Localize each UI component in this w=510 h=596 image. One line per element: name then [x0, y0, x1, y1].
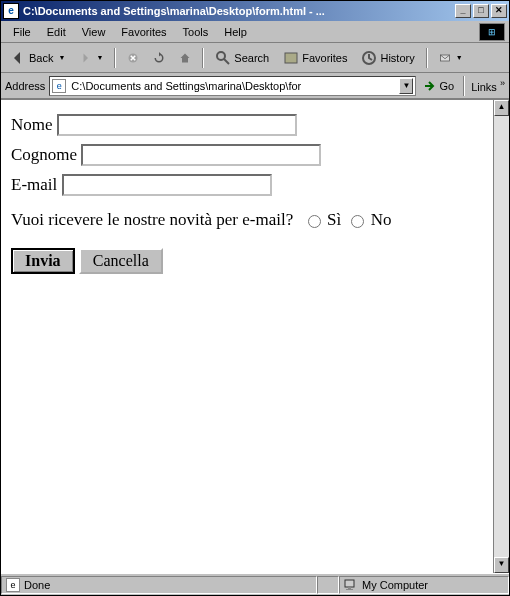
menu-edit[interactable]: Edit [39, 24, 74, 40]
menu-favorites[interactable]: Favorites [113, 24, 174, 40]
mail-dropdown-icon[interactable]: ▼ [456, 54, 463, 61]
stop-button[interactable] [122, 49, 144, 67]
back-button[interactable]: Back ▼ [5, 47, 70, 69]
cognome-input[interactable] [81, 144, 321, 166]
toolbar-separator [202, 48, 204, 68]
nome-input[interactable] [57, 114, 297, 136]
scroll-up-button[interactable]: ▲ [494, 100, 509, 116]
history-icon [361, 50, 377, 66]
svg-rect-6 [345, 580, 354, 587]
svg-rect-3 [285, 53, 297, 63]
stop-icon [127, 52, 139, 64]
mail-button[interactable]: ▼ [434, 49, 468, 67]
minimize-button[interactable]: _ [455, 4, 471, 18]
button-row: Invia Cancella [11, 248, 483, 274]
favorites-button[interactable]: Favorites [278, 47, 352, 69]
titlebar: e C:\Documents and Settings\marina\Deskt… [1, 1, 509, 21]
radio-no[interactable] [351, 215, 364, 228]
links-label[interactable]: Links » [471, 78, 505, 93]
back-dropdown-icon[interactable]: ▼ [58, 54, 65, 61]
radio-no-label: No [371, 210, 392, 229]
menu-file[interactable]: File [5, 24, 39, 40]
status-zone-text: My Computer [362, 579, 428, 591]
status-page-icon: e [6, 578, 20, 592]
address-combo[interactable]: e ▼ [49, 76, 416, 96]
menu-help[interactable]: Help [216, 24, 255, 40]
search-label: Search [234, 52, 269, 64]
toolbar-separator [114, 48, 116, 68]
addressbar-separator [463, 76, 465, 96]
forward-dropdown-icon[interactable]: ▼ [96, 54, 103, 61]
home-icon [179, 52, 191, 64]
newsletter-row: Vuoi ricevere le nostre novità per e-mai… [11, 210, 483, 230]
status-text: Done [24, 579, 50, 591]
mail-icon [439, 52, 451, 64]
email-label: E-mail [11, 175, 57, 195]
address-label: Address [5, 80, 45, 92]
submit-button[interactable]: Invia [11, 248, 75, 274]
refresh-button[interactable] [148, 49, 170, 67]
radio-si-label: Sì [327, 210, 341, 229]
back-label: Back [29, 52, 53, 64]
refresh-icon [153, 52, 165, 64]
back-arrow-icon [10, 50, 26, 66]
toolbar-separator [426, 48, 428, 68]
window-title: C:\Documents and Settings\marina\Desktop… [23, 5, 455, 17]
menu-tools[interactable]: Tools [175, 24, 217, 40]
address-input[interactable] [69, 79, 399, 93]
forward-arrow-icon [79, 52, 91, 64]
svg-rect-7 [348, 587, 351, 589]
menubar: File Edit View Favorites Tools Help ⊞ [1, 21, 509, 43]
svg-rect-8 [346, 589, 353, 590]
page-icon: e [52, 79, 66, 93]
status-main-pane: e Done [1, 576, 317, 594]
email-input[interactable] [62, 174, 272, 196]
statusbar: e Done My Computer [1, 573, 509, 595]
nome-label: Nome [11, 115, 53, 135]
history-button[interactable]: History [356, 47, 419, 69]
search-icon [215, 50, 231, 66]
ie-icon: e [3, 3, 19, 19]
address-dropdown-icon[interactable]: ▼ [399, 78, 413, 94]
ie-brand-icon: ⊞ [479, 23, 505, 41]
window-buttons: _ □ ✕ [455, 4, 507, 18]
favorites-icon [283, 50, 299, 66]
status-zone-pane: My Computer [339, 576, 509, 594]
close-button[interactable]: ✕ [491, 4, 507, 18]
cognome-row: Cognome [11, 144, 483, 166]
email-row: E-mail [11, 174, 483, 196]
computer-icon [344, 578, 358, 592]
svg-line-2 [224, 59, 229, 64]
vertical-scrollbar[interactable]: ▲ ▼ [493, 100, 509, 573]
radio-si[interactable] [308, 215, 321, 228]
addressbar: Address e ▼ Go Links » [1, 73, 509, 99]
page-content: Nome Cognome E-mail Vuoi ricevere le nos… [1, 100, 493, 573]
cognome-label: Cognome [11, 145, 77, 165]
favorites-label: Favorites [302, 52, 347, 64]
toolbar: Back ▼ ▼ Search Favorites History [1, 43, 509, 73]
content-area: Nome Cognome E-mail Vuoi ricevere le nos… [1, 99, 509, 573]
browser-window: e C:\Documents and Settings\marina\Deskt… [0, 0, 510, 596]
maximize-button[interactable]: □ [473, 4, 489, 18]
scroll-track[interactable] [494, 116, 509, 557]
menu-view[interactable]: View [74, 24, 114, 40]
history-label: History [380, 52, 414, 64]
home-button[interactable] [174, 49, 196, 67]
go-label: Go [439, 80, 454, 92]
nome-row: Nome [11, 114, 483, 136]
svg-point-1 [217, 52, 225, 60]
status-pane-2 [317, 576, 339, 594]
forward-button[interactable]: ▼ [74, 49, 108, 67]
scroll-down-button[interactable]: ▼ [494, 557, 509, 573]
go-icon [423, 79, 437, 93]
search-button[interactable]: Search [210, 47, 274, 69]
go-button[interactable]: Go [420, 77, 457, 95]
reset-button[interactable]: Cancella [79, 248, 163, 274]
newsletter-question: Vuoi ricevere le nostre novità per e-mai… [11, 210, 293, 229]
